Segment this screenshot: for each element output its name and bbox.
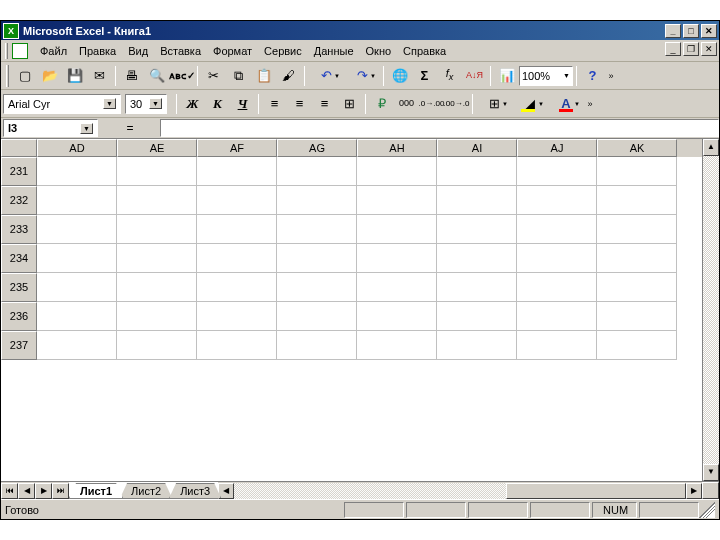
horizontal-scrollbar[interactable]: ◀ ▶	[218, 483, 702, 499]
hyperlink-button[interactable]: 🌐	[388, 65, 411, 87]
cell[interactable]	[597, 331, 677, 360]
cell[interactable]	[597, 302, 677, 331]
font-color-button[interactable]: А	[549, 93, 583, 115]
redo-button[interactable]: ↷	[345, 65, 379, 87]
cell[interactable]	[117, 157, 197, 186]
formula-input[interactable]	[160, 119, 719, 137]
cell[interactable]	[437, 302, 517, 331]
save-button[interactable]: 💾	[63, 65, 86, 87]
toolbar-handle[interactable]	[5, 43, 8, 59]
align-left-button[interactable]: ≡	[263, 93, 286, 115]
tab-nav-first[interactable]: ⏮	[1, 483, 18, 499]
cell[interactable]	[117, 273, 197, 302]
cell[interactable]	[357, 331, 437, 360]
cell[interactable]	[197, 157, 277, 186]
cell[interactable]	[437, 244, 517, 273]
scroll-up-button[interactable]: ▲	[703, 139, 719, 156]
align-right-button[interactable]: ≡	[313, 93, 336, 115]
cell[interactable]	[357, 157, 437, 186]
sheet-tab[interactable]: Лист3	[169, 483, 221, 498]
cell[interactable]	[357, 215, 437, 244]
column-header[interactable]: AE	[117, 139, 197, 157]
spellcheck-button[interactable]: ᴀʙᴄ✓	[170, 65, 193, 87]
column-header[interactable]: AD	[37, 139, 117, 157]
column-header[interactable]: AG	[277, 139, 357, 157]
scroll-track[interactable]	[703, 156, 719, 464]
cell[interactable]	[597, 215, 677, 244]
cell[interactable]	[597, 186, 677, 215]
chart-button[interactable]: 📊	[495, 65, 518, 87]
autosum-button[interactable]: Σ	[413, 65, 436, 87]
row-header[interactable]: 235	[1, 273, 37, 302]
minimize-button[interactable]: _	[665, 24, 681, 38]
row-header[interactable]: 234	[1, 244, 37, 273]
scroll-down-button[interactable]: ▼	[703, 464, 719, 481]
toolbar-overflow-button[interactable]: »	[584, 99, 596, 109]
cell[interactable]	[437, 273, 517, 302]
cell[interactable]	[517, 215, 597, 244]
copy-button[interactable]: ⧉	[227, 65, 250, 87]
fx-button[interactable]: =	[100, 121, 160, 135]
font-name-combobox[interactable]: Arial Cyr▼	[3, 94, 121, 114]
row-header[interactable]: 237	[1, 331, 37, 360]
italic-button[interactable]: К	[206, 93, 229, 115]
cell[interactable]	[117, 215, 197, 244]
print-preview-button[interactable]: 🔍	[145, 65, 168, 87]
tab-nav-next[interactable]: ▶	[35, 483, 52, 499]
menu-data[interactable]: Данные	[308, 43, 360, 59]
decrease-decimal-button[interactable]: .00→.0	[445, 93, 468, 115]
cell[interactable]	[197, 331, 277, 360]
cell[interactable]	[277, 186, 357, 215]
cell[interactable]	[37, 331, 117, 360]
cell[interactable]	[357, 244, 437, 273]
format-painter-button[interactable]: 🖌	[277, 65, 300, 87]
fill-color-button[interactable]: ◢	[513, 93, 547, 115]
vertical-scrollbar[interactable]: ▲ ▼	[702, 139, 719, 481]
workbook-icon[interactable]	[12, 43, 28, 59]
align-center-button[interactable]: ≡	[288, 93, 311, 115]
cells-grid[interactable]: 231232233234235236237	[1, 157, 702, 360]
cell[interactable]	[277, 302, 357, 331]
column-header[interactable]: AJ	[517, 139, 597, 157]
cell[interactable]	[357, 302, 437, 331]
menu-insert[interactable]: Вставка	[154, 43, 207, 59]
font-size-combobox[interactable]: 30▼	[125, 94, 167, 114]
open-button[interactable]: 📂	[38, 65, 61, 87]
merge-center-button[interactable]: ⊞	[338, 93, 361, 115]
underline-button[interactable]: Ч	[231, 93, 254, 115]
scroll-thumb[interactable]	[506, 483, 686, 499]
undo-button[interactable]: ↶	[309, 65, 343, 87]
cut-button[interactable]: ✂	[202, 65, 225, 87]
cell[interactable]	[197, 273, 277, 302]
menu-window[interactable]: Окно	[360, 43, 398, 59]
cell[interactable]	[357, 186, 437, 215]
row-header[interactable]: 232	[1, 186, 37, 215]
cell[interactable]	[597, 157, 677, 186]
print-button[interactable]: 🖶	[120, 65, 143, 87]
column-header[interactable]: AK	[597, 139, 677, 157]
mdi-close-button[interactable]: ✕	[701, 42, 717, 56]
toolbar-handle[interactable]	[6, 65, 9, 87]
cell[interactable]	[517, 302, 597, 331]
cell[interactable]	[277, 273, 357, 302]
cell[interactable]	[277, 244, 357, 273]
cell[interactable]	[277, 157, 357, 186]
email-button[interactable]: ✉	[88, 65, 111, 87]
zoom-combobox[interactable]: 100%▼	[519, 66, 573, 86]
menu-format[interactable]: Формат	[207, 43, 258, 59]
sheet-tab[interactable]: Лист1	[69, 483, 123, 498]
scroll-right-button[interactable]: ▶	[686, 483, 702, 499]
new-button[interactable]: ▢	[13, 65, 36, 87]
cell[interactable]	[117, 244, 197, 273]
cell[interactable]	[197, 244, 277, 273]
sheet-tab[interactable]: Лист2	[120, 483, 172, 498]
currency-button[interactable]: ₽	[370, 93, 393, 115]
cell[interactable]	[437, 331, 517, 360]
cell[interactable]	[117, 331, 197, 360]
cell[interactable]	[437, 186, 517, 215]
cell[interactable]	[37, 157, 117, 186]
column-header[interactable]: AF	[197, 139, 277, 157]
row-header[interactable]: 231	[1, 157, 37, 186]
cell[interactable]	[197, 186, 277, 215]
tab-nav-last[interactable]: ⏭	[52, 483, 69, 499]
